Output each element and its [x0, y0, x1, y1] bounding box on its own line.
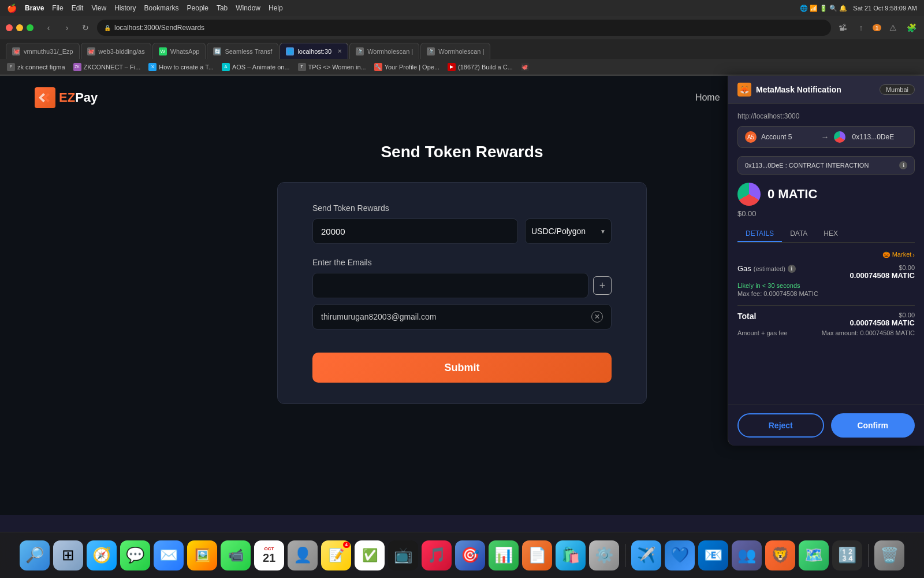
menu-window[interactable]: Window: [236, 4, 260, 12]
tab-0[interactable]: 🐙 vmmuthu31/_Ezp: [6, 43, 80, 59]
dock-facetime[interactable]: 📹: [221, 540, 251, 570]
tab-3[interactable]: 🔄 Seamless Transf: [207, 43, 278, 59]
market-link[interactable]: 🎃 Market ›: [882, 251, 915, 258]
tab-close-button[interactable]: ✕: [337, 48, 342, 54]
tab-6[interactable]: 🔭 Wormholescan |: [420, 43, 490, 59]
matic-amount: 0 MATIC: [767, 187, 817, 202]
dock-finder[interactable]: 🔎: [20, 540, 50, 570]
mm-account-row: A5 Account 5 → 0x113...0DeE: [737, 126, 915, 148]
tab-1[interactable]: 🐙 web3-bidding/as: [81, 43, 151, 59]
menu-brave[interactable]: Brave: [25, 4, 44, 12]
nav-home[interactable]: Home: [695, 92, 720, 103]
amount-label: Send Token Rewards: [312, 203, 612, 213]
apple-logo[interactable]: 🍎: [7, 3, 17, 13]
dock-tv[interactable]: 📺: [388, 540, 418, 570]
address-bar[interactable]: 🔒 localhost:3000/SendRewards: [97, 20, 831, 36]
dock-outlook[interactable]: 📧: [698, 540, 728, 570]
submit-button[interactable]: Submit: [312, 353, 612, 383]
bookmark-1[interactable]: ZK ZKCONNECT – Fi...: [73, 63, 141, 71]
mm-url: http://localhost:3000: [737, 112, 915, 120]
amount-input[interactable]: [312, 218, 518, 244]
dock-notes[interactable]: 📝 4: [321, 540, 351, 570]
dock-photos[interactable]: 🖼️: [187, 540, 217, 570]
dock-music[interactable]: 🎵: [422, 540, 452, 570]
tab-hex[interactable]: HEX: [815, 226, 846, 242]
confirm-button[interactable]: Confirm: [831, 413, 915, 438]
dock-teams[interactable]: 👥: [732, 540, 762, 570]
dock-trash[interactable]: 🗑️: [874, 540, 904, 570]
datetime: Sat 21 Oct 9:58:09 AM: [853, 5, 917, 12]
bookmark-icon-0: F: [7, 63, 15, 71]
tab-whatsapp[interactable]: W WhatsApp: [152, 43, 206, 59]
reject-button[interactable]: Reject: [737, 413, 824, 438]
gas-row: Gas (estimated) ℹ $0.00 0.00074508 MATIC: [737, 264, 915, 280]
menu-help[interactable]: Help: [269, 4, 283, 12]
bookmark-5[interactable]: 🔧 Your Profile | Ope...: [374, 63, 439, 71]
tab-icon-1: 🐙: [87, 47, 95, 55]
dock-telegram[interactable]: ✈️: [631, 540, 661, 570]
maximize-button[interactable]: [27, 24, 33, 31]
bookmark-0[interactable]: F zk connect figma: [7, 63, 65, 71]
dock-vscode[interactable]: 💙: [665, 540, 695, 570]
browser-toolbar: ‹ › ↻ 🔒 localhost:3000/SendRewards 📽 ↑ 1…: [0, 16, 924, 39]
shield-badge[interactable]: 1: [873, 24, 881, 31]
menu-edit[interactable]: Edit: [72, 4, 84, 12]
tab-details[interactable]: DETAILS: [737, 226, 782, 242]
network-badge[interactable]: Mumbai: [880, 84, 915, 95]
dock-reminders[interactable]: ✅: [355, 540, 385, 570]
total-values: $0.00 0.00074508 MATIC: [850, 312, 915, 327]
menu-tab[interactable]: Tab: [217, 4, 228, 12]
dock-pages[interactable]: 📄: [522, 540, 552, 570]
dock-brave[interactable]: 🦁: [765, 540, 795, 570]
logo-text: EZPay: [59, 90, 98, 105]
remove-email-button-0[interactable]: ✕: [591, 311, 603, 323]
back-button[interactable]: ‹: [42, 21, 55, 35]
forward-button[interactable]: ›: [60, 21, 74, 35]
tab-data[interactable]: DATA: [782, 226, 815, 242]
info-icon[interactable]: ℹ: [899, 161, 907, 169]
tab-5[interactable]: 🔭 Wormholescan |: [349, 43, 419, 59]
menu-view[interactable]: View: [91, 4, 106, 12]
dock-mail[interactable]: ✉️: [154, 540, 184, 570]
menu-people[interactable]: People: [187, 4, 208, 12]
cast-button[interactable]: 📽: [836, 21, 850, 35]
extensions-button[interactable]: 🧩: [904, 21, 918, 35]
dock-numbers[interactable]: 📊: [489, 540, 519, 570]
dock-calc[interactable]: 🔢: [832, 540, 862, 570]
dock-keynote[interactable]: 🎯: [455, 540, 485, 570]
email-input[interactable]: [312, 273, 588, 298]
minimize-button[interactable]: [16, 24, 23, 31]
bookmark-2[interactable]: X How to create a T...: [148, 63, 214, 71]
tab-active[interactable]: 🌐 localhost:30 ✕: [280, 43, 348, 59]
close-button[interactable]: [6, 24, 13, 31]
dock-prefs[interactable]: ⚙️: [589, 540, 619, 570]
gas-info-icon[interactable]: ℹ: [788, 265, 796, 273]
macos-dock: 🔎 ⊞ 🧭 💬 ✉️ 🖼️ 📹 OCT 21 👤 📝 4 ✅ 📺 🎵 🎯 📊 📄…: [0, 532, 924, 578]
token-select-wrapper: USDC/Polygon ETH/Ethereum MATIC/Polygon …: [525, 218, 612, 244]
token-select[interactable]: USDC/Polygon ETH/Ethereum MATIC/Polygon: [525, 218, 612, 244]
dock-launchpad[interactable]: ⊞: [53, 540, 83, 570]
bookmark-6[interactable]: ▶ (18672) Build a C...: [448, 63, 513, 71]
email-group: Enter the Emails + thirumurugan82003@gma…: [312, 258, 612, 329]
browser-tabs: 🐙 vmmuthu31/_Ezp 🐙 web3-bidding/as W Wha…: [0, 39, 924, 59]
alert-button[interactable]: ⚠: [886, 21, 900, 35]
dock-safari[interactable]: 🧭: [87, 540, 117, 570]
dock-calendar[interactable]: OCT 21: [254, 540, 284, 570]
menu-bookmarks[interactable]: Bookmarks: [144, 4, 179, 12]
menu-file[interactable]: File: [52, 4, 63, 12]
menu-history[interactable]: History: [114, 4, 136, 12]
dock-maps[interactable]: 🗺️: [799, 540, 829, 570]
dock-messages[interactable]: 💬: [120, 540, 150, 570]
metamask-header-right: Mumbai: [880, 84, 915, 95]
github-bookmark[interactable]: 🐙: [521, 63, 529, 71]
bookmark-4[interactable]: T TPG <> Women in...: [298, 63, 366, 71]
dock-contacts[interactable]: 👤: [288, 540, 318, 570]
reload-button[interactable]: ↻: [79, 21, 92, 35]
bookmark-3[interactable]: A AOS – Animate on...: [222, 63, 290, 71]
dock-separator-2: [868, 544, 869, 567]
from-account-icon: A5: [745, 131, 757, 143]
dock-appstore[interactable]: 🛍️: [556, 540, 586, 570]
macos-menubar: 🍎 Brave File Edit View History Bookmarks…: [0, 0, 924, 16]
share-button[interactable]: ↑: [854, 21, 868, 35]
add-email-button[interactable]: +: [593, 276, 612, 295]
